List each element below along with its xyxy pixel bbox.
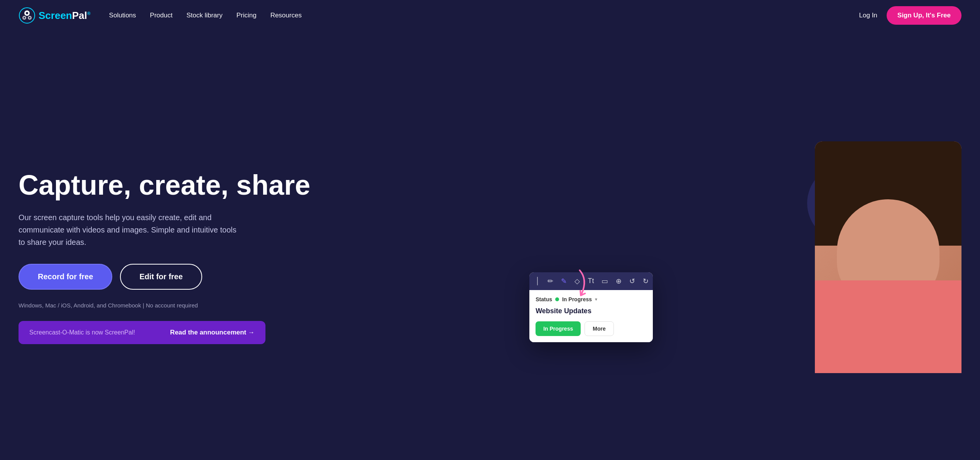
logo[interactable]: ScreenPal® — [19, 7, 91, 24]
status-text-label: Status — [536, 296, 552, 302]
hero-content: Capture, create, share Our screen captur… — [19, 170, 537, 344]
toolbar-divider-icon: │ — [536, 277, 540, 285]
nav-actions: Log In Sign Up, It's Free — [859, 6, 961, 25]
status-row: Status In Progress ▾ — [536, 296, 647, 302]
navbar: ScreenPal® Solutions Product Stock libra… — [0, 0, 980, 31]
hero-visual: │ ✏ ✎ ◇ Tt ▭ ⊕ ↺ ↻ Status In Progress ▾ … — [537, 141, 961, 373]
nav-resources[interactable]: Resources — [270, 12, 302, 19]
toolbar-pen-icon[interactable]: ✏ — [547, 277, 553, 285]
record-button[interactable]: Record for free — [19, 264, 112, 290]
hero-section: Capture, create, share Our screen captur… — [0, 31, 980, 460]
svg-point-4 — [26, 12, 28, 14]
logo-icon — [19, 7, 35, 24]
announcement-link[interactable]: Read the announcement → — [170, 329, 255, 336]
svg-point-6 — [29, 17, 30, 19]
announcement-banner[interactable]: Screencast-O-Matic is now ScreenPal! Rea… — [19, 321, 265, 344]
toolbar-redo-icon[interactable]: ↻ — [643, 277, 649, 285]
hero-subtitle: Our screen capture tools help you easily… — [19, 211, 242, 248]
edit-button[interactable]: Edit for free — [120, 264, 202, 290]
announcement-text: Screencast-O-Matic is now ScreenPal! — [29, 329, 135, 336]
logo-text: ScreenPal® — [39, 10, 91, 22]
nav-stock-library[interactable]: Stock library — [186, 12, 223, 19]
person-illustration — [815, 141, 961, 373]
hero-title: Capture, create, share — [19, 170, 537, 200]
svg-point-5 — [24, 17, 25, 19]
nav-links: Solutions Product Stock library Pricing … — [109, 12, 859, 19]
nav-solutions[interactable]: Solutions — [109, 12, 136, 19]
platform-text: Windows, Mac / iOS, Android, and Chromeb… — [19, 302, 537, 309]
hero-buttons: Record for free Edit for free — [19, 264, 537, 290]
in-progress-button[interactable]: In Progress — [536, 321, 581, 336]
nav-pricing[interactable]: Pricing — [237, 12, 257, 19]
signup-button[interactable]: Sign Up, It's Free — [887, 6, 961, 25]
card-action-buttons: In Progress More — [536, 321, 647, 336]
toolbar-zoom-icon[interactable]: ⊕ — [616, 277, 622, 285]
card-content: Status In Progress ▾ Website Updates In … — [529, 290, 653, 342]
person-sweater — [815, 280, 961, 373]
login-button[interactable]: Log In — [859, 12, 877, 19]
nav-product[interactable]: Product — [150, 12, 173, 19]
status-chevron-icon: ▾ — [595, 297, 597, 302]
status-indicator — [555, 297, 559, 301]
toolbar-rect-icon[interactable]: ▭ — [602, 277, 608, 285]
more-button[interactable]: More — [585, 321, 613, 336]
toolbar-undo-icon[interactable]: ↺ — [629, 277, 635, 285]
card-title: Website Updates — [536, 307, 647, 315]
toolbar-draw-icon[interactable]: ✎ — [561, 277, 567, 285]
